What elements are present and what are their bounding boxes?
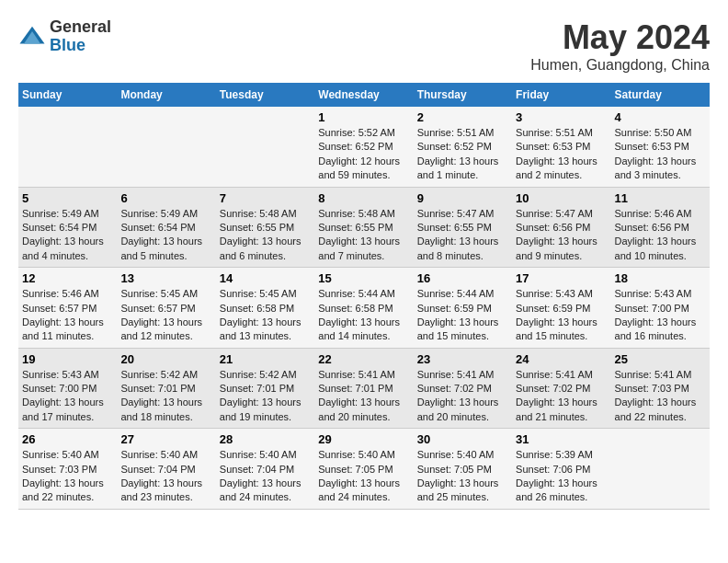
logo-text: General Blue — [50, 18, 111, 55]
day-number: 10 — [516, 191, 607, 205]
day-number: 31 — [516, 432, 607, 446]
calendar-cell: 2Sunrise: 5:51 AMSunset: 6:52 PMDaylight… — [414, 107, 512, 187]
header-friday: Friday — [512, 83, 610, 107]
day-number: 28 — [220, 432, 311, 446]
day-info: Sunrise: 5:40 AMSunset: 7:03 PMDaylight:… — [22, 448, 113, 505]
calendar-cell: 13Sunrise: 5:45 AMSunset: 6:57 PMDayligh… — [117, 268, 215, 349]
day-number: 8 — [318, 191, 409, 205]
day-number: 19 — [22, 352, 113, 366]
calendar-cell: 10Sunrise: 5:47 AMSunset: 6:56 PMDayligh… — [512, 187, 610, 268]
calendar-cell: 29Sunrise: 5:40 AMSunset: 7:05 PMDayligh… — [314, 429, 413, 510]
logo: General Blue — [18, 18, 111, 55]
calendar-cell: 15Sunrise: 5:44 AMSunset: 6:58 PMDayligh… — [314, 268, 413, 349]
day-info: Sunrise: 5:51 AMSunset: 6:53 PMDaylight:… — [516, 126, 607, 183]
logo-general-text: General — [50, 18, 111, 37]
calendar-cell: 28Sunrise: 5:40 AMSunset: 7:04 PMDayligh… — [216, 429, 314, 510]
title-block: May 2024 Humen, Guangdong, China — [530, 18, 710, 74]
day-number: 15 — [318, 271, 409, 285]
day-number: 26 — [22, 432, 113, 446]
header-tuesday: Tuesday — [216, 83, 314, 107]
calendar-cell: 23Sunrise: 5:41 AMSunset: 7:02 PMDayligh… — [414, 348, 512, 429]
day-info: Sunrise: 5:41 AMSunset: 7:02 PMDaylight:… — [516, 368, 607, 425]
day-info: Sunrise: 5:43 AMSunset: 7:00 PMDaylight:… — [22, 368, 113, 425]
week-row-5: 26Sunrise: 5:40 AMSunset: 7:03 PMDayligh… — [18, 429, 710, 510]
week-row-1: 1Sunrise: 5:52 AMSunset: 6:52 PMDaylight… — [18, 107, 710, 187]
day-info: Sunrise: 5:49 AMSunset: 6:54 PMDaylight:… — [22, 207, 113, 264]
calendar-cell: 5Sunrise: 5:49 AMSunset: 6:54 PMDaylight… — [18, 187, 117, 268]
calendar-cell: 26Sunrise: 5:40 AMSunset: 7:03 PMDayligh… — [18, 429, 117, 510]
day-info: Sunrise: 5:47 AMSunset: 6:56 PMDaylight:… — [516, 207, 607, 264]
calendar-cell: 14Sunrise: 5:45 AMSunset: 6:58 PMDayligh… — [216, 268, 314, 349]
calendar-cell: 6Sunrise: 5:49 AMSunset: 6:54 PMDaylight… — [117, 187, 215, 268]
day-info: Sunrise: 5:41 AMSunset: 7:02 PMDaylight:… — [417, 368, 508, 425]
day-info: Sunrise: 5:43 AMSunset: 7:00 PMDaylight:… — [615, 287, 706, 344]
day-number: 22 — [318, 352, 409, 366]
calendar-table: SundayMondayTuesdayWednesdayThursdayFrid… — [18, 83, 710, 510]
calendar-cell: 19Sunrise: 5:43 AMSunset: 7:00 PMDayligh… — [18, 348, 117, 429]
day-info: Sunrise: 5:43 AMSunset: 6:59 PMDaylight:… — [516, 287, 607, 344]
day-info: Sunrise: 5:42 AMSunset: 7:01 PMDaylight:… — [120, 368, 211, 425]
calendar-cell: 11Sunrise: 5:46 AMSunset: 6:56 PMDayligh… — [611, 187, 710, 268]
day-number: 7 — [220, 191, 311, 205]
day-number: 3 — [516, 110, 607, 124]
day-number: 2 — [417, 110, 508, 124]
main-title: May 2024 — [530, 18, 710, 57]
day-info: Sunrise: 5:40 AMSunset: 7:04 PMDaylight:… — [220, 448, 311, 505]
header: General Blue May 2024 Humen, Guangdong, … — [18, 18, 710, 74]
calendar-cell: 25Sunrise: 5:41 AMSunset: 7:03 PMDayligh… — [611, 348, 710, 429]
calendar-cell: 31Sunrise: 5:39 AMSunset: 7:06 PMDayligh… — [512, 429, 610, 510]
week-row-3: 12Sunrise: 5:46 AMSunset: 6:57 PMDayligh… — [18, 268, 710, 349]
calendar-cell: 17Sunrise: 5:43 AMSunset: 6:59 PMDayligh… — [512, 268, 610, 349]
day-info: Sunrise: 5:45 AMSunset: 6:57 PMDaylight:… — [120, 287, 211, 344]
header-wednesday: Wednesday — [314, 83, 413, 107]
calendar-cell: 24Sunrise: 5:41 AMSunset: 7:02 PMDayligh… — [512, 348, 610, 429]
calendar-header: SundayMondayTuesdayWednesdayThursdayFrid… — [18, 83, 710, 107]
logo-blue-text: Blue — [50, 37, 111, 55]
day-number: 17 — [516, 271, 607, 285]
day-info: Sunrise: 5:49 AMSunset: 6:54 PMDaylight:… — [120, 207, 211, 264]
day-number: 9 — [417, 191, 508, 205]
day-info: Sunrise: 5:40 AMSunset: 7:05 PMDaylight:… — [417, 448, 508, 505]
week-row-2: 5Sunrise: 5:49 AMSunset: 6:54 PMDaylight… — [18, 187, 710, 268]
day-info: Sunrise: 5:44 AMSunset: 6:59 PMDaylight:… — [417, 287, 508, 344]
day-info: Sunrise: 5:41 AMSunset: 7:01 PMDaylight:… — [318, 368, 409, 425]
calendar-cell: 1Sunrise: 5:52 AMSunset: 6:52 PMDaylight… — [314, 107, 413, 187]
day-info: Sunrise: 5:44 AMSunset: 6:58 PMDaylight:… — [318, 287, 409, 344]
day-info: Sunrise: 5:47 AMSunset: 6:55 PMDaylight:… — [417, 207, 508, 264]
calendar-cell: 12Sunrise: 5:46 AMSunset: 6:57 PMDayligh… — [18, 268, 117, 349]
header-saturday: Saturday — [611, 83, 710, 107]
calendar-body: 1Sunrise: 5:52 AMSunset: 6:52 PMDaylight… — [18, 107, 710, 509]
calendar-cell: 3Sunrise: 5:51 AMSunset: 6:53 PMDaylight… — [512, 107, 610, 187]
day-info: Sunrise: 5:41 AMSunset: 7:03 PMDaylight:… — [615, 368, 706, 425]
day-info: Sunrise: 5:46 AMSunset: 6:56 PMDaylight:… — [615, 207, 706, 264]
calendar-cell: 20Sunrise: 5:42 AMSunset: 7:01 PMDayligh… — [117, 348, 215, 429]
day-number: 21 — [220, 352, 311, 366]
calendar-cell: 21Sunrise: 5:42 AMSunset: 7:01 PMDayligh… — [216, 348, 314, 429]
calendar-cell: 8Sunrise: 5:48 AMSunset: 6:55 PMDaylight… — [314, 187, 413, 268]
day-number: 4 — [615, 110, 706, 124]
calendar-cell: 7Sunrise: 5:48 AMSunset: 6:55 PMDaylight… — [216, 187, 314, 268]
day-number: 30 — [417, 432, 508, 446]
day-info: Sunrise: 5:51 AMSunset: 6:52 PMDaylight:… — [417, 126, 508, 183]
subtitle: Humen, Guangdong, China — [530, 57, 710, 74]
calendar-cell: 30Sunrise: 5:40 AMSunset: 7:05 PMDayligh… — [414, 429, 512, 510]
day-number: 14 — [220, 271, 311, 285]
day-info: Sunrise: 5:40 AMSunset: 7:05 PMDaylight:… — [318, 448, 409, 505]
day-number: 16 — [417, 271, 508, 285]
week-row-4: 19Sunrise: 5:43 AMSunset: 7:00 PMDayligh… — [18, 348, 710, 429]
calendar-cell — [117, 107, 215, 187]
day-number: 6 — [120, 191, 211, 205]
day-number: 25 — [615, 352, 706, 366]
day-number: 1 — [318, 110, 409, 124]
day-number: 23 — [417, 352, 508, 366]
day-number: 24 — [516, 352, 607, 366]
header-thursday: Thursday — [414, 83, 512, 107]
day-info: Sunrise: 5:52 AMSunset: 6:52 PMDaylight:… — [318, 126, 409, 183]
calendar-cell: 22Sunrise: 5:41 AMSunset: 7:01 PMDayligh… — [314, 348, 413, 429]
calendar-cell: 27Sunrise: 5:40 AMSunset: 7:04 PMDayligh… — [117, 429, 215, 510]
day-info: Sunrise: 5:50 AMSunset: 6:53 PMDaylight:… — [615, 126, 706, 183]
header-row: SundayMondayTuesdayWednesdayThursdayFrid… — [18, 83, 710, 107]
day-info: Sunrise: 5:40 AMSunset: 7:04 PMDaylight:… — [120, 448, 211, 505]
calendar-cell: 9Sunrise: 5:47 AMSunset: 6:55 PMDaylight… — [414, 187, 512, 268]
day-number: 13 — [120, 271, 211, 285]
